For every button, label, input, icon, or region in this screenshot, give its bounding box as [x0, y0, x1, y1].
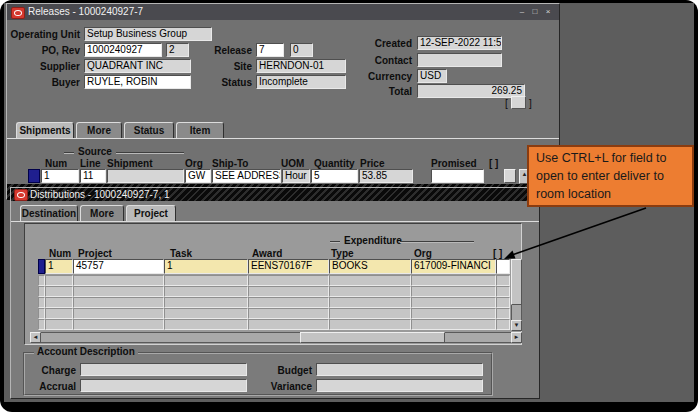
scroll-right-icon: ► [514, 334, 520, 340]
empty-grid-cell[interactable] [329, 297, 411, 308]
horizontal-scrollbar[interactable] [30, 332, 522, 343]
empty-grid-cell[interactable] [73, 297, 164, 308]
scroll-left-button[interactable]: ◄ [30, 332, 41, 343]
budget-field [316, 363, 483, 376]
empty-grid-cell[interactable] [496, 297, 510, 308]
empty-grid-cell[interactable] [38, 319, 45, 330]
scroll-down-icon: ▼ [514, 322, 520, 328]
empty-grid-cell[interactable] [38, 308, 45, 319]
empty-grid-cell[interactable] [164, 297, 248, 308]
charge-label: Charge [26, 365, 76, 376]
empty-grid-cell[interactable] [329, 286, 411, 297]
empty-grid-cell[interactable] [164, 275, 248, 286]
empty-grid-cell[interactable] [38, 286, 45, 297]
empty-grid-cell[interactable] [45, 275, 73, 286]
empty-grid-cell[interactable] [496, 286, 510, 297]
tab-shipments[interactable]: Shipments [16, 122, 74, 138]
empty-grid-cell[interactable] [45, 319, 73, 330]
empty-grid-cell[interactable] [38, 297, 45, 308]
empty-grid-cell[interactable] [38, 275, 45, 286]
empty-grid-cell[interactable] [248, 275, 329, 286]
empty-grid-cell[interactable] [411, 319, 496, 330]
empty-grid-cell[interactable] [411, 286, 496, 297]
empty-grid-cell[interactable] [248, 286, 329, 297]
scroll-down-button[interactable]: ▼ [511, 320, 522, 331]
empty-grid-cell[interactable] [248, 319, 329, 330]
empty-grid-cell[interactable] [496, 275, 510, 286]
empty-grid-cell[interactable] [164, 308, 248, 319]
tab-project[interactable]: Project [126, 205, 176, 221]
budget-label: Budget [262, 365, 312, 376]
variance-field [316, 379, 483, 392]
scroll-right-button[interactable]: ► [511, 332, 522, 343]
empty-grid-cell[interactable] [73, 286, 164, 297]
empty-grid-cell[interactable] [496, 308, 510, 319]
horizontal-scrollbar-thumb[interactable] [300, 332, 445, 343]
variance-label: Variance [262, 381, 312, 392]
account-description-title: Account Description [34, 346, 138, 357]
empty-grid-cell[interactable] [496, 319, 510, 330]
empty-grid-cell[interactable] [164, 286, 248, 297]
empty-grid-cell[interactable] [73, 275, 164, 286]
accrual-field [80, 379, 247, 392]
empty-grid-cell[interactable] [248, 297, 329, 308]
empty-grid-cell[interactable] [248, 308, 329, 319]
annotation-callout: Use CTRL+L for field to open to enter de… [527, 145, 694, 207]
empty-grid-cell[interactable] [164, 319, 248, 330]
screenshot-frame: Releases - 1000240927-7 ‒ □ × Operating … [0, 0, 698, 412]
empty-grid-cell[interactable] [329, 275, 411, 286]
empty-grid-cell[interactable] [45, 308, 73, 319]
empty-grid-cell[interactable] [411, 275, 496, 286]
empty-grid-cell[interactable] [329, 319, 411, 330]
empty-grid-cell[interactable] [45, 297, 73, 308]
empty-grid-cell[interactable] [411, 297, 496, 308]
empty-grid-cell[interactable] [73, 308, 164, 319]
empty-grid-cell[interactable] [73, 319, 164, 330]
empty-grid-cell[interactable] [411, 308, 496, 319]
vertical-scrollbar-thumb[interactable] [511, 259, 522, 305]
empty-grid-cell[interactable] [45, 286, 73, 297]
accrual-label: Accrual [26, 381, 76, 392]
scroll-left-icon: ◄ [33, 334, 39, 340]
empty-grid-cell[interactable] [329, 308, 411, 319]
charge-field [80, 363, 247, 376]
